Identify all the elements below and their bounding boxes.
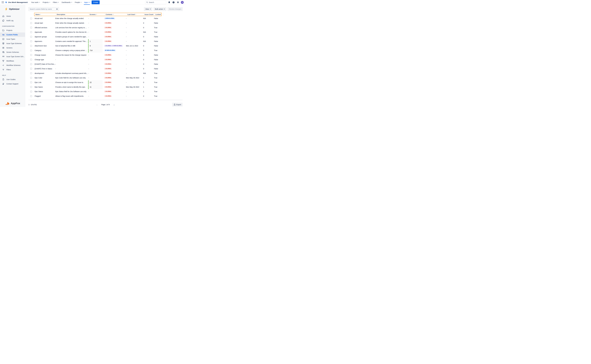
- topmenu-item-filters[interactable]: Filters▼: [52, 0, 60, 5]
- row-checkbox-cell: [28, 85, 34, 89]
- help-icon[interactable]: ?: [172, 1, 175, 4]
- sidebar-item-label: Audit Log: [6, 20, 13, 21]
- chevron-down-icon: ▼: [49, 2, 50, 3]
- topmenu-item-your-work[interactable]: Your work▼: [30, 0, 41, 5]
- bulk-action-dropdown-button[interactable]: Bulk action▼: [154, 7, 166, 11]
- sidebar-item-audit-log[interactable]: Audit Log: [0, 18, 25, 23]
- row-checkbox[interactable]: [30, 45, 32, 47]
- jira-logo[interactable]: Jira Work Management: [5, 1, 28, 4]
- field-description-cell: Epic Status field for Jira Software use …: [55, 89, 88, 94]
- previous-page-arrow-icon[interactable]: ←: [96, 104, 98, 106]
- row-checkbox[interactable]: [30, 95, 32, 97]
- global-search[interactable]: [145, 0, 166, 4]
- context-badge: 1 GLOBAL: [104, 36, 112, 38]
- table-row: Change type--1 GLOBAL-0False: [28, 57, 183, 62]
- column-header-last[interactable]: Last Used: [126, 13, 143, 15]
- sidebar-item-label: Workflows: [6, 60, 14, 62]
- next-page-arrow-icon[interactable]: →: [113, 104, 115, 106]
- context-badge: 1 NON-GLOBAL: [104, 18, 115, 19]
- row-checkbox[interactable]: [30, 81, 32, 83]
- sidebar-item-home[interactable]: Home: [0, 14, 25, 18]
- table-header-row: NameDescriptionScreensContextsLast UsedI…: [28, 13, 183, 16]
- row-checkbox[interactable]: [30, 63, 32, 65]
- screens-count: -: [88, 89, 89, 94]
- topmenu-item-dashboards[interactable]: Dashboards▼: [60, 0, 74, 5]
- row-checkbox[interactable]: [30, 68, 32, 70]
- row-checkbox-cell: [28, 21, 34, 25]
- row-checkbox[interactable]: [30, 40, 32, 42]
- table-row: Epic ColorEpic Color field for Jira Soft…: [28, 76, 183, 80]
- topmenu-item-projects[interactable]: Projects▼: [41, 0, 52, 5]
- custom-fields-search-input[interactable]: [30, 8, 56, 10]
- screens-count: -: [88, 62, 89, 66]
- table-row: Actual endEnter when the change actually…: [28, 16, 183, 21]
- sidebar-item-issue-type-screen-sch[interactable]: Issue Type Screen Sch...: [0, 54, 25, 59]
- row-checkbox[interactable]: [30, 27, 32, 28]
- row-checkbox[interactable]: [30, 22, 32, 24]
- column-header-contexts[interactable]: Contexts: [105, 13, 126, 15]
- sidebar-item-screens[interactable]: Screens: [0, 46, 25, 50]
- sidebar-item-workflows[interactable]: Workflows: [0, 59, 25, 63]
- create-button[interactable]: Create: [92, 0, 100, 4]
- row-checkbox[interactable]: [30, 36, 32, 38]
- settings-gear-icon[interactable]: [176, 1, 179, 4]
- sidebar-item-issue-types[interactable]: Issue Types: [0, 37, 25, 41]
- topmenu-item-apps[interactable]: Apps▼: [83, 0, 91, 5]
- row-checkbox[interactable]: [30, 18, 32, 19]
- last-used-cell: -: [126, 21, 143, 25]
- sidebar-item-custom-fields[interactable]: AaCustom Fields: [0, 32, 25, 37]
- field-description-cell: Provide a short name to identify this ep…: [55, 85, 88, 89]
- sidebar-item-filters[interactable]: Filters: [0, 67, 25, 72]
- locked-cell: False: [154, 21, 161, 25]
- context-badge: 1 GLOBAL: [104, 91, 112, 92]
- context-badge: 1 GLOBAL: [104, 22, 112, 24]
- sidebar-item-label: Home: [6, 15, 11, 17]
- sidebar-item-screen-schemes[interactable]: Screen Schemes: [0, 50, 25, 54]
- row-checkbox[interactable]: [30, 91, 32, 92]
- contexts-cell: 1 GLOBAL: [104, 85, 126, 89]
- sidebar-item-projects[interactable]: Projects: [0, 28, 25, 32]
- row-checkbox[interactable]: [30, 59, 32, 60]
- view-dropdown-button[interactable]: View▼: [144, 7, 152, 11]
- table-row: ApprovalsProvides search options for Jir…: [28, 30, 183, 34]
- row-checkbox[interactable]: [30, 54, 32, 56]
- locked-cell: False: [154, 34, 161, 39]
- sidebar-item-workflow-schemes[interactable]: Workflow Schemes: [0, 63, 25, 67]
- review-changes-button[interactable]: Review changes: [168, 7, 183, 11]
- last-used-cell: -: [126, 94, 143, 98]
- sidebar-item-label: Issue Types: [6, 38, 15, 40]
- column-header-name[interactable]: Name: [34, 13, 55, 15]
- export-button[interactable]: Export: [172, 103, 183, 106]
- sidebar-item-issue-type-schemes[interactable]: Issue Type Schemes: [0, 41, 25, 46]
- last-used-cell: -: [126, 57, 143, 62]
- screens-cell: -: [88, 57, 104, 62]
- issue-type-schemes-icon: [2, 42, 5, 45]
- field-description-cell: Allows to flag issues with impediments.: [55, 94, 88, 98]
- issue-count-cell: 0: [143, 66, 154, 71]
- field-name-cell: Change reason: [34, 53, 55, 57]
- row-checkbox[interactable]: [30, 72, 32, 74]
- column-header-label: Name: [35, 13, 40, 15]
- sidebar-item-contact-support[interactable]: Contact Support: [0, 82, 25, 86]
- sidebar-item-user-guides[interactable]: User Guides: [0, 77, 25, 82]
- sidebar-item-label: Projects: [6, 29, 12, 31]
- field-description-cell: Enter when the change actually ended.: [55, 16, 88, 21]
- clear-search-icon[interactable]: [56, 8, 58, 10]
- last-used-cell: -: [126, 71, 143, 76]
- sidebar-item-label: Filters: [6, 69, 11, 71]
- custom-fields-search[interactable]: [28, 7, 59, 11]
- global-search-input[interactable]: [149, 1, 163, 3]
- column-header-screens[interactable]: Screens: [88, 13, 105, 15]
- field-name-cell: Affected services: [34, 25, 55, 30]
- sidebar-item-label: Contact Support: [6, 83, 18, 85]
- context-badge: 1 GLOBAL: [104, 68, 112, 70]
- row-checkbox[interactable]: [30, 50, 32, 51]
- user-avatar[interactable]: JR: [181, 1, 184, 4]
- topmenu-item-people[interactable]: People▼: [74, 0, 83, 5]
- row-checkbox[interactable]: [30, 86, 32, 88]
- notification-bell-icon[interactable]: [168, 1, 171, 4]
- row-checkbox[interactable]: [30, 77, 32, 79]
- row-checkbox[interactable]: [30, 31, 32, 33]
- app-switcher-icon[interactable]: [1, 1, 4, 4]
- product-title: Jira Work Management: [8, 1, 28, 3]
